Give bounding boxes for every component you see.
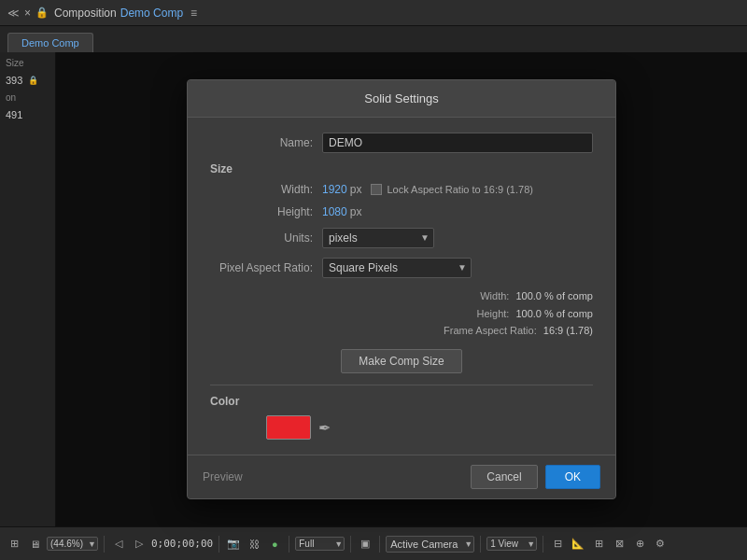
roi-icon[interactable]: ▣: [357, 536, 374, 553]
par-label: Pixel Aspect Ratio:: [210, 261, 322, 274]
color-row: ✒: [210, 415, 593, 440]
lock-label: Lock Aspect Ratio to 16:9 (1.78): [387, 184, 533, 195]
width-value-wrap: 1920 px Lock Aspect Ratio to 16:9 (1.78): [322, 183, 533, 196]
rulers-icon[interactable]: 📐: [570, 536, 586, 553]
dialog-body: Name: Size Width: 1920 px Lock: [188, 118, 615, 455]
info-far-val: 16:9 (1.78): [543, 325, 593, 336]
width-label: Width:: [210, 183, 322, 196]
height-value-wrap: 1080 px: [322, 205, 361, 218]
lock-small-icon: 🔒: [28, 76, 38, 85]
width-row: Width: 1920 px Lock Aspect Ratio to 16:9…: [210, 183, 593, 196]
top-bar: ≪ × 🔒 Composition Demo Comp ≡: [0, 0, 747, 26]
comp-menu-icon[interactable]: ≡: [190, 7, 197, 20]
comp-name: Demo Comp: [120, 7, 183, 20]
zoom-select[interactable]: (44.6%) (25%) (50%) (100%): [47, 537, 98, 551]
on-label: on: [2, 91, 53, 105]
eyedropper-icon[interactable]: ✒: [318, 419, 331, 437]
view-select[interactable]: 1 View 2 Views 4 Views: [486, 537, 537, 551]
num-value: 491: [2, 108, 53, 121]
info-far-line: Frame Aspect Ratio: 16:9 (1.78): [322, 322, 593, 340]
resolution-wrap: Full Half Quarter ▼: [295, 537, 345, 551]
tab-bar: Demo Comp: [0, 26, 747, 52]
settings-icon[interactable]: ⚙: [652, 536, 669, 553]
bottom-bar: ⊞ 🖥 (44.6%) (25%) (50%) (100%) ▼ ◁ ▷ 0;0…: [0, 526, 747, 560]
tab-demo-comp[interactable]: Demo Comp: [7, 33, 93, 52]
main-area: Size 393 🔒 on 491 Solid Settings Name:: [0, 52, 747, 526]
snapshot-icon[interactable]: 📷: [225, 536, 242, 553]
units-row: Units: pixels percent inches ▼: [210, 228, 593, 248]
height-unit: px: [350, 205, 362, 218]
expand-timeline-icon[interactable]: ◁: [110, 536, 127, 553]
align-icon[interactable]: ⊠: [611, 536, 627, 553]
canvas-area: Solid Settings Name: Size Width: 1920: [56, 52, 747, 526]
sep3: [289, 536, 289, 553]
name-input[interactable]: [322, 133, 593, 153]
info-block: Width: 100.0 % of comp Height: 100.0 % o…: [322, 287, 593, 340]
lock-icon: 🔒: [35, 7, 49, 19]
units-label: Units:: [210, 231, 322, 245]
info-height-val: 100.0 % of comp: [515, 308, 593, 319]
width-unit: px: [350, 183, 362, 196]
width-value[interactable]: 1920: [322, 183, 347, 196]
par-select-wrap: Square Pixels D1/DV NTSC D1/DV PAL ▼: [322, 258, 472, 278]
info-height-line: Height: 100.0 % of comp: [322, 305, 593, 323]
solid-settings-dialog: Solid Settings Name: Size Width: 1920: [187, 79, 616, 499]
size-value: 393: [2, 74, 26, 87]
sep2: [218, 536, 219, 553]
units-select[interactable]: pixels percent inches: [322, 228, 434, 248]
sep1: [104, 536, 105, 553]
sep6: [480, 536, 481, 553]
left-panel: Size 393 🔒 on 491: [0, 52, 56, 526]
sep5: [379, 536, 380, 553]
comp-label: Composition: [54, 7, 117, 20]
safe-zones-icon[interactable]: ⊞: [590, 536, 607, 553]
monitor-icon[interactable]: 🖥: [26, 536, 43, 553]
ok-button[interactable]: OK: [545, 465, 600, 489]
cancel-button[interactable]: Cancel: [471, 465, 537, 489]
sep4: [350, 536, 351, 553]
active-camera-wrap: Active Camera ▼: [386, 536, 474, 553]
timecode-display[interactable]: 0;00;00;00: [151, 538, 213, 550]
close-icon[interactable]: ×: [24, 7, 31, 20]
height-label: Height:: [210, 205, 322, 218]
height-value[interactable]: 1080: [322, 205, 347, 218]
view-wrap: 1 View 2 Views 4 Views ▼: [486, 537, 537, 551]
link-icon[interactable]: ⛓: [246, 536, 262, 553]
divider: [210, 385, 593, 385]
grid-icon[interactable]: ⊞: [6, 536, 22, 553]
panel-controls: ≪ × 🔒: [7, 7, 49, 20]
zoom-wrap: (44.6%) (25%) (50%) (100%) ▼: [47, 537, 98, 551]
info-far-label: Frame Aspect Ratio:: [444, 325, 537, 336]
lock-aspect-row: Lock Aspect Ratio to 16:9 (1.78): [371, 184, 533, 195]
resolution-select[interactable]: Full Half Quarter: [295, 537, 345, 551]
preview-label: Preview: [203, 470, 243, 483]
sep7: [543, 536, 543, 553]
network-icon[interactable]: ⊕: [631, 536, 648, 553]
units-select-wrap: pixels percent inches ▼: [322, 228, 434, 248]
composition-title: Composition Demo Comp ≡: [54, 7, 197, 20]
name-label: Name:: [210, 136, 322, 149]
color-swatch[interactable]: [266, 415, 311, 440]
size-row: 393 🔒: [2, 74, 53, 87]
name-row: Name:: [210, 133, 593, 153]
dialog-title: Solid Settings: [188, 80, 615, 118]
dialog-footer: Preview Cancel OK: [188, 455, 615, 498]
info-width-line: Width: 100.0 % of comp: [322, 287, 593, 305]
par-row: Pixel Aspect Ratio: Square Pixels D1/DV …: [210, 258, 593, 278]
height-row: Height: 1080 px: [210, 205, 593, 218]
par-select[interactable]: Square Pixels D1/DV NTSC D1/DV PAL: [322, 258, 472, 278]
lock-checkbox[interactable]: [371, 184, 382, 195]
color-section-label: Color: [210, 395, 593, 408]
grid2-icon[interactable]: ⊟: [549, 536, 566, 553]
collapse-icon[interactable]: ≪: [7, 7, 20, 20]
info-width-val: 100.0 % of comp: [515, 290, 593, 301]
size-section-label: Size: [210, 162, 593, 175]
dialog-overlay: Solid Settings Name: Size Width: 1920: [56, 52, 747, 526]
color-icon[interactable]: ●: [266, 536, 283, 553]
size-label: Size: [2, 56, 53, 70]
info-width-label: Width:: [480, 290, 509, 301]
active-camera-select[interactable]: Active Camera: [386, 536, 474, 553]
info-height-label: Height:: [477, 308, 510, 319]
collapse-timeline-icon[interactable]: ▷: [131, 536, 148, 553]
make-comp-size-button[interactable]: Make Comp Size: [341, 349, 461, 373]
